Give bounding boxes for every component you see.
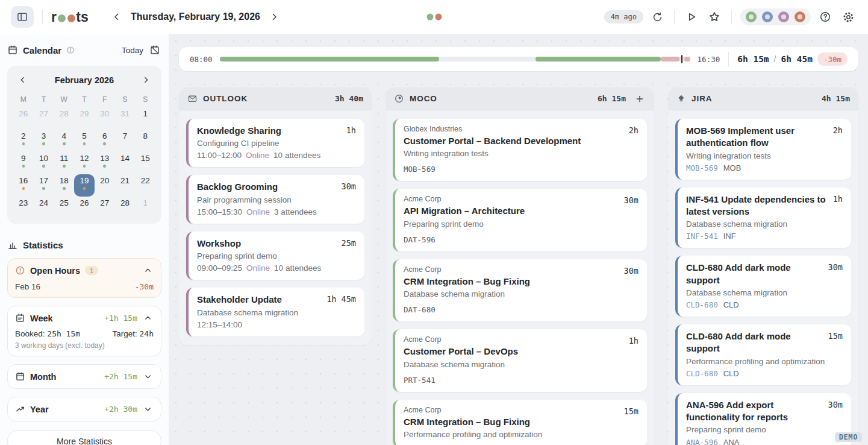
- calendar-day[interactable]: 10: [34, 152, 54, 174]
- prev-month-button[interactable]: [17, 74, 28, 86]
- booked-label: Booked:: [15, 329, 45, 338]
- jira-issue-card[interactable]: INF-541 Update dependencies to latest ve…: [675, 188, 851, 248]
- outlook-event-card[interactable]: Backlog Grooming30mPair programming sess…: [186, 175, 364, 223]
- day-number: 26: [19, 109, 28, 118]
- issue-description: Database schema migration: [686, 219, 843, 230]
- calendar-day[interactable]: 3: [34, 130, 54, 152]
- gear-icon: [842, 11, 855, 24]
- card-header-row: CLD-680 Add dark mode support15m: [686, 330, 843, 355]
- calendar-day[interactable]: 14: [115, 152, 136, 174]
- calendar-day[interactable]: 11: [54, 152, 74, 174]
- next-day-button[interactable]: [266, 9, 282, 25]
- calendar-day[interactable]: 27: [34, 107, 54, 130]
- connected-apps-group: [740, 8, 811, 25]
- calendar-day[interactable]: 26: [74, 197, 95, 219]
- settings-button[interactable]: [840, 8, 857, 26]
- calendar-day[interactable]: 23: [13, 197, 34, 219]
- calendar-day[interactable]: 9: [13, 152, 34, 174]
- outlook-event-card[interactable]: Workshop25mPreparing sprint demo09:00–09…: [186, 232, 364, 280]
- calendar-day[interactable]: 19: [74, 174, 95, 197]
- expand-month-button[interactable]: [142, 371, 154, 382]
- calendar-day[interactable]: 25: [54, 197, 74, 219]
- calendar-day[interactable]: 22: [135, 174, 155, 197]
- calendar-day[interactable]: 2: [13, 130, 34, 152]
- jira-issue-card[interactable]: MOB-569 Implement user authentication fl…: [675, 119, 851, 180]
- calendar-day[interactable]: 28: [54, 107, 74, 130]
- outlook-column-title: OUTLOOK: [203, 94, 248, 103]
- collapse-open-hours-button[interactable]: [142, 265, 154, 276]
- outlook-event-card[interactable]: Knowledge Sharing1hConfiguring CI pipeli…: [186, 119, 364, 167]
- calendar-day[interactable]: 24: [34, 197, 54, 219]
- moco-entry-card[interactable]: Acme Corp30mCRM Integration – Bug Fixing…: [393, 259, 647, 321]
- issue-key-row: CLD-680CLD: [686, 369, 843, 378]
- outlook-event-card[interactable]: Stakeholder Update1h 45mDatabase schema …: [186, 288, 364, 336]
- calendar-day[interactable]: 1: [135, 197, 155, 219]
- prev-day-button[interactable]: [109, 9, 125, 25]
- calendar-day[interactable]: 12: [74, 152, 95, 174]
- add-moco-entry-button[interactable]: [634, 93, 646, 105]
- calendar-day[interactable]: 4: [54, 130, 74, 152]
- year-stats-card: Year +2h 30m: [7, 397, 161, 421]
- calendar-day[interactable]: 28: [115, 197, 136, 219]
- collapse-week-button[interactable]: [142, 312, 154, 324]
- calendar-day[interactable]: 8: [135, 130, 155, 152]
- play-button[interactable]: [683, 8, 700, 25]
- calendar-day[interactable]: 18: [54, 174, 74, 197]
- jira-issue-card[interactable]: CLD-680 Add dark mode support30mDatabase…: [675, 256, 851, 317]
- calendar-day[interactable]: 6: [95, 130, 115, 152]
- day-dot-empty: [144, 142, 147, 145]
- calendar-day[interactable]: 26: [13, 107, 34, 130]
- sidebar-toggle-button[interactable]: [11, 6, 34, 28]
- issue-title: INF-541 Update dependencies to latest ve…: [686, 194, 827, 218]
- bar-chart-icon: [7, 239, 18, 250]
- moco-entry-card[interactable]: Acme Corp30mAPI Migration – Architecture…: [393, 189, 647, 251]
- next-month-button[interactable]: [140, 74, 152, 86]
- refresh-button[interactable]: [649, 9, 666, 25]
- calendar-day[interactable]: 27: [95, 197, 115, 219]
- entry-duration: 1h: [629, 336, 639, 346]
- target-label: Target:: [112, 329, 137, 338]
- favorites-button[interactable]: [706, 8, 723, 25]
- day-number: 6: [102, 131, 107, 140]
- calendar-day[interactable]: 31: [115, 107, 136, 130]
- issue-title: CLD-680 Add dark mode support: [686, 262, 822, 286]
- moco-app-icon[interactable]: [746, 11, 757, 22]
- calendar-off-button[interactable]: [148, 43, 161, 57]
- day-number: 16: [19, 176, 28, 185]
- calendar-day[interactable]: 30: [95, 107, 115, 130]
- calendar-day[interactable]: 7: [115, 130, 136, 152]
- moco-entry-card[interactable]: Globex Industries2hCustomer Portal – Bac…: [393, 119, 647, 181]
- calendar-day[interactable]: 17: [34, 174, 54, 197]
- day-activity-dot: [63, 165, 66, 168]
- entry-title: CRM Integration – Bug Fixing: [404, 276, 639, 288]
- jira-issue-card[interactable]: ANA-596 Add export functionality for rep…: [675, 393, 851, 445]
- open-hours-date[interactable]: Feb 16: [15, 282, 40, 291]
- calendar-day[interactable]: 20: [95, 174, 115, 197]
- date-navigation: Thursday, February 19, 2026: [109, 9, 282, 25]
- calendar-day[interactable]: 29: [74, 107, 95, 130]
- calendar-day[interactable]: 13: [95, 152, 115, 174]
- orange-app-icon[interactable]: [795, 11, 805, 22]
- calendar-day[interactable]: 5: [74, 130, 95, 152]
- more-statistics-button[interactable]: More Statistics: [7, 430, 161, 445]
- moco-entry-card[interactable]: Acme Corp1hCustomer Portal – DevOpsDatab…: [393, 329, 647, 391]
- calendar-icon: [7, 45, 18, 55]
- calendar-day[interactable]: 15: [135, 152, 155, 174]
- jira-issue-card[interactable]: CLD-680 Add dark mode support15mPerforma…: [675, 324, 851, 385]
- expand-year-button[interactable]: [142, 403, 154, 415]
- moco-entry-card[interactable]: Acme Corp15mCRM Integration – Bug Fixing…: [393, 400, 647, 445]
- purple-app-icon[interactable]: [778, 11, 789, 22]
- day-activity-dot: [22, 165, 25, 168]
- issue-duration: 15m: [828, 331, 843, 341]
- sync-status-dots-icon: [426, 14, 442, 21]
- calendar-day[interactable]: 16: [13, 174, 34, 197]
- help-button[interactable]: [817, 8, 834, 25]
- month-delta: +2h 15m: [104, 372, 137, 381]
- calendar-day[interactable]: 1: [135, 107, 155, 130]
- jira-app-icon[interactable]: [762, 11, 773, 22]
- calendar-day[interactable]: 21: [115, 174, 136, 197]
- issue-key: INF-541: [686, 232, 718, 241]
- issue-key-row: ANA-596ANA: [686, 438, 843, 445]
- day-progress-bar[interactable]: [220, 55, 690, 63]
- today-button[interactable]: Today: [122, 46, 143, 55]
